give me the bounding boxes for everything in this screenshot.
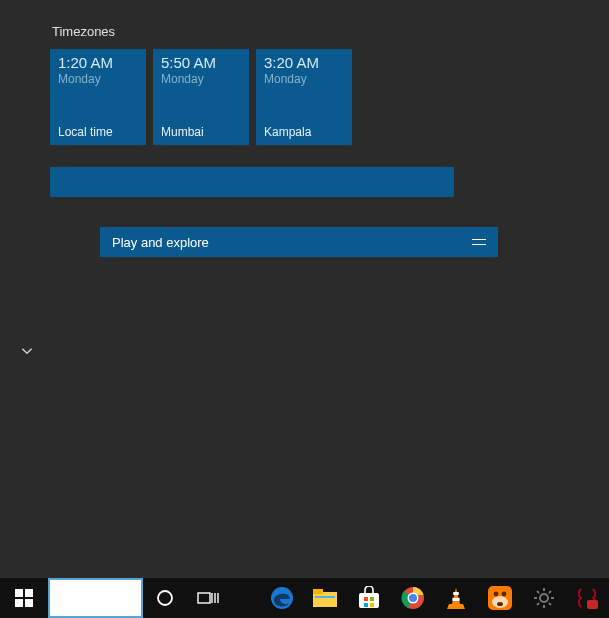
edge-button[interactable] — [260, 578, 304, 618]
svg-rect-23 — [453, 598, 460, 601]
taskbar — [0, 578, 609, 618]
svg-rect-39 — [587, 600, 598, 609]
settings-gear-button[interactable] — [522, 578, 566, 618]
svg-point-26 — [494, 592, 499, 597]
timezone-tile-mumbai[interactable]: 5:50 AM Monday Mumbai — [153, 49, 249, 145]
svg-rect-22 — [453, 592, 459, 595]
uc-browser-icon — [487, 585, 513, 611]
chevron-down-icon[interactable] — [20, 344, 34, 358]
svg-rect-13 — [359, 593, 379, 608]
tile-day: Monday — [264, 72, 344, 86]
tile-time: 1:20 AM — [58, 55, 138, 72]
file-explorer-button[interactable] — [304, 578, 348, 618]
tile-label: Local time — [58, 125, 138, 139]
store-button[interactable] — [347, 578, 391, 618]
svg-rect-17 — [370, 603, 374, 607]
timezone-tile-row: 1:20 AM Monday Local time 5:50 AM Monday… — [50, 49, 609, 145]
taskbar-spacer — [230, 578, 260, 618]
play-and-explore-bar[interactable]: Play and explore — [100, 227, 498, 257]
svg-point-4 — [158, 591, 172, 605]
task-view-icon — [197, 590, 219, 606]
tile-time: 3:20 AM — [264, 55, 344, 72]
svg-line-37 — [537, 603, 539, 605]
file-explorer-icon — [312, 587, 338, 609]
chrome-button[interactable] — [391, 578, 435, 618]
timezone-tile-kampala[interactable]: 3:20 AM Monday Kampala — [256, 49, 352, 145]
tile-label: Mumbai — [161, 125, 241, 139]
svg-point-30 — [540, 594, 548, 602]
notification-icon — [575, 586, 599, 610]
chrome-icon — [401, 586, 425, 610]
svg-marker-21 — [452, 588, 460, 604]
svg-point-29 — [497, 602, 503, 606]
svg-line-36 — [549, 603, 551, 605]
start-icon — [15, 589, 33, 607]
start-button[interactable] — [0, 578, 48, 618]
vlc-button[interactable] — [434, 578, 478, 618]
svg-rect-11 — [313, 589, 323, 594]
task-view-button[interactable] — [187, 578, 231, 618]
uc-browser-button[interactable] — [478, 578, 522, 618]
tile-day: Monday — [58, 72, 138, 86]
tile-day: Monday — [161, 72, 241, 86]
svg-rect-1 — [25, 589, 33, 597]
svg-rect-12 — [315, 596, 335, 598]
store-icon — [357, 586, 381, 610]
svg-line-35 — [537, 591, 539, 593]
search-input[interactable] — [48, 578, 143, 618]
svg-rect-3 — [25, 599, 33, 607]
start-panel: Timezones 1:20 AM Monday Local time 5:50… — [0, 0, 609, 578]
svg-point-27 — [502, 592, 507, 597]
svg-marker-24 — [447, 604, 465, 609]
drag-handle-icon[interactable] — [472, 239, 486, 245]
tile-label: Kampala — [264, 125, 344, 139]
play-bar-label: Play and explore — [112, 235, 209, 250]
svg-rect-14 — [364, 597, 368, 601]
vlc-icon — [445, 586, 467, 610]
edge-icon — [269, 585, 295, 611]
cortana-icon — [155, 588, 175, 608]
svg-rect-10 — [313, 592, 337, 607]
svg-rect-2 — [15, 599, 23, 607]
tile-time: 5:50 AM — [161, 55, 241, 72]
svg-rect-15 — [370, 597, 374, 601]
tray-app-button[interactable] — [565, 578, 609, 618]
svg-line-38 — [549, 591, 551, 593]
svg-rect-0 — [15, 589, 23, 597]
wide-tile-placeholder[interactable] — [50, 167, 454, 197]
timezone-tile-local[interactable]: 1:20 AM Monday Local time — [50, 49, 146, 145]
svg-point-20 — [409, 594, 417, 602]
group-title[interactable]: Timezones — [50, 24, 609, 39]
svg-rect-16 — [364, 603, 368, 607]
settings-gear-icon — [533, 587, 555, 609]
cortana-button[interactable] — [143, 578, 187, 618]
svg-rect-5 — [198, 593, 210, 603]
